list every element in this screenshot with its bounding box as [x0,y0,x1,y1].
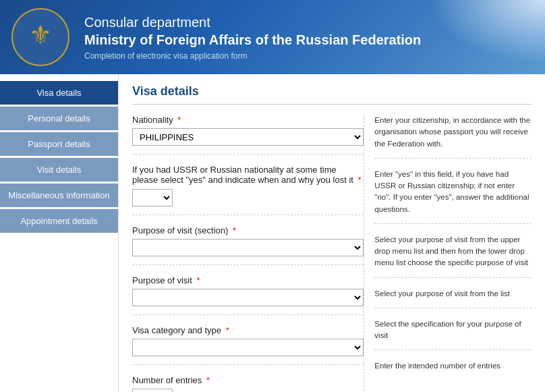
header-subtitle: Completion of electronic visa applicatio… [84,51,421,61]
num-entries-field-group: Number of entries * 1 2 Multiple [132,375,364,392]
sidebar-item-appointment[interactable]: Appointment details [0,209,118,233]
ussr-required: * [358,175,362,185]
form-area: Nationality * PHILIPPINESAFGHANISTANALBA… [132,115,532,392]
purpose-section-required: * [233,225,236,235]
content: Visa details Nationality * PHILIPPINESAF… [118,74,545,392]
purpose-field-group: Purpose of visit * [132,275,364,315]
visa-category-field-group: Visa category and type * [132,325,364,365]
header-title-line1: Consular department [84,15,210,30]
purpose-section-select[interactable] [132,239,364,256]
ussr-help: Enter "yes" in this field, if you have h… [374,169,532,224]
svg-text:⚜: ⚜ [29,21,52,49]
purpose-help: Select your purpose of visit from the li… [374,288,532,308]
purpose-section-help: Select your purpose of visit from the up… [374,234,532,278]
ussr-field-group: If you had USSR or Russian nationality a… [132,165,364,215]
main-layout: Visa details Personal details Passport d… [0,74,545,392]
purpose-required: * [197,275,200,285]
num-entries-required: * [206,375,210,385]
num-entries-label: Number of entries * [132,375,364,385]
ussr-label: If you had USSR or Russian nationality a… [132,165,364,185]
sidebar-item-miscellaneous[interactable]: Miscellaneous information [0,184,118,207]
form-help: Enter your citizenship, in accordance wi… [364,115,532,392]
visa-category-help: Select the specification for your purpos… [374,318,532,351]
sidebar-item-passport-details[interactable]: Passport details [0,132,118,156]
visa-category-label: Visa category and type * [132,325,364,335]
sidebar-item-visa-details[interactable]: Visa details [0,81,118,105]
nationality-label: Nationality * [132,115,364,125]
header-title-line2: Ministry of Foreign Affairs of the Russi… [84,32,421,47]
page-title: Visa details [132,84,532,105]
nationality-required: * [177,115,181,125]
purpose-section-field-group: Purpose of visit (section) * [132,225,364,265]
purpose-section-label: Purpose of visit (section) * [132,225,364,235]
sidebar-item-personal-details[interactable]: Personal details [0,107,118,130]
ussr-select[interactable]: Yes No [132,189,173,206]
nationality-field-group: Nationality * PHILIPPINESAFGHANISTANALBA… [132,115,364,155]
sidebar-item-visit-details[interactable]: Visit details [0,158,118,181]
num-entries-select[interactable]: 1 2 Multiple [132,389,173,392]
form-fields: Nationality * PHILIPPINESAFGHANISTANALBA… [132,115,364,392]
ussr-row: Yes No [132,189,364,206]
purpose-select[interactable] [132,289,364,306]
logo: ⚜ [10,7,71,67]
nationality-select[interactable]: PHILIPPINESAFGHANISTANALBANIAALGERIAANDO… [132,128,364,146]
nationality-help: Enter your citizenship, in accordance wi… [374,115,532,159]
num-entries-help: Enter the intended number of entries [374,360,532,380]
sidebar: Visa details Personal details Passport d… [0,74,118,392]
visa-category-required: * [226,325,229,335]
visa-category-select[interactable] [132,339,364,356]
header-text: Consular department Ministry of Foreign … [84,13,421,61]
purpose-label: Purpose of visit * [132,275,364,285]
header: ⚜ Consular department Ministry of Foreig… [0,0,545,74]
